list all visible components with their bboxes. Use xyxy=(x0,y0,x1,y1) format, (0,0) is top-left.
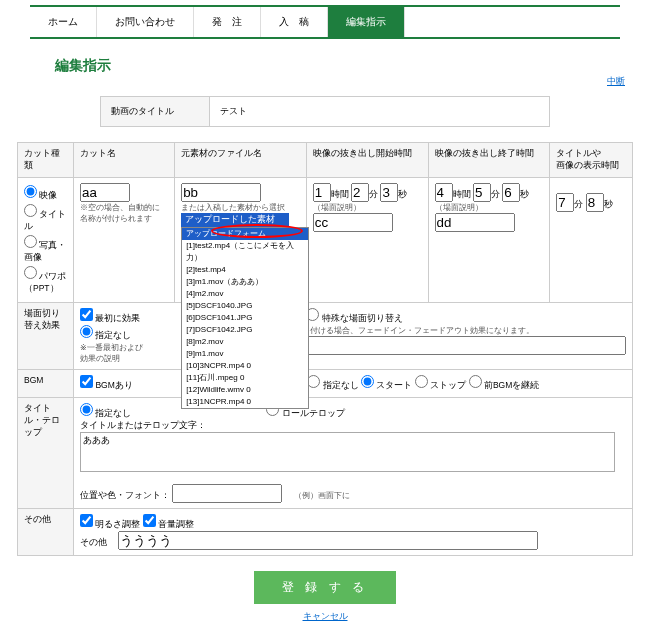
end-m[interactable] xyxy=(473,183,491,202)
dd-item[interactable]: [5]DSCF1040.JPG xyxy=(182,300,308,312)
scene-input-2[interactable] xyxy=(435,213,515,232)
dd-item[interactable]: [8]m2.mov xyxy=(182,336,308,348)
tab-upload[interactable]: 入 稿 xyxy=(261,7,328,37)
tab-order[interactable]: 発 注 xyxy=(194,7,261,37)
submit-button[interactable]: 登 録 す る xyxy=(254,571,396,604)
fade-note: 果」を付ける場合、フェードイン・フェードアウト効果になります。 xyxy=(286,326,534,335)
radio-title[interactable] xyxy=(24,204,37,217)
dur-s[interactable] xyxy=(586,193,604,212)
start-s[interactable] xyxy=(380,183,398,202)
dd-item[interactable]: [2]test.mp4 xyxy=(182,264,308,276)
radio-video[interactable] xyxy=(24,185,37,198)
tab-edit[interactable]: 編集指示 xyxy=(328,7,405,37)
cut-name-input[interactable] xyxy=(80,183,130,202)
telop-pos-hint: （例）画面下に xyxy=(294,491,350,500)
telop-pos-input[interactable] xyxy=(172,484,282,503)
radio-bgm-start[interactable] xyxy=(361,375,374,388)
radio-telop-none[interactable] xyxy=(80,403,93,416)
chk-first-effect[interactable] xyxy=(80,308,93,321)
dd-item[interactable]: [7]DSCF1042.JPG xyxy=(182,324,308,336)
sc-desc-input[interactable] xyxy=(286,336,626,355)
bgm-label: BGM xyxy=(18,370,74,398)
hdr-cut-type: カット種類 xyxy=(18,143,74,178)
dd-item[interactable]: [3]m1.mov（あああ） xyxy=(182,276,308,288)
chk-bgm[interactable] xyxy=(80,375,93,388)
abort-link[interactable]: 中断 xyxy=(607,76,625,86)
telop-text-label: タイトルまたはテロップ文字： xyxy=(80,420,206,430)
material-dropdown-list: アップロードフォーム [1]test2.mp4（ここにメモを入力） [2]tes… xyxy=(181,227,309,409)
hdr-end: 映像の抜き出し終了時間 xyxy=(428,143,550,178)
video-title-label: 動画のタイトル xyxy=(100,96,210,127)
telop-text-input[interactable]: あああ xyxy=(80,432,615,472)
radio-sc-none[interactable] xyxy=(80,325,93,338)
dd-item[interactable]: [11]石川.mpeg 0 xyxy=(182,372,308,384)
cut-name-note: ※空の場合、自動的に 名称が付けられます xyxy=(80,203,160,223)
tab-contact[interactable]: お問い合わせ xyxy=(97,7,194,37)
other-etc-label: その他 xyxy=(80,537,107,547)
dd-item[interactable]: [6]DSCF1041.JPG xyxy=(182,312,308,324)
dd-item[interactable]: [4]m2.mov xyxy=(182,288,308,300)
radio-photo[interactable] xyxy=(24,235,37,248)
end-h[interactable] xyxy=(435,183,453,202)
main-table: カット種類 カット名 元素材のファイル名 映像の抜き出し開始時間 映像の抜き出し… xyxy=(17,142,633,556)
telop-label: タイトル・テロップ xyxy=(18,398,74,509)
dd-item[interactable]: [10]3NCPR.mp4 0 xyxy=(182,360,308,372)
start-m[interactable] xyxy=(351,183,369,202)
sc-note2: 効果の説明 xyxy=(80,354,120,363)
scene-label-1: （場面説明） xyxy=(313,203,361,212)
chk-brightness[interactable] xyxy=(80,514,93,527)
telop-pos-label: 位置や色・フォント： xyxy=(80,490,170,500)
nav-tabs: ホーム お問い合わせ 発 注 入 稿 編集指示 xyxy=(30,5,620,39)
dur-m[interactable] xyxy=(556,193,574,212)
dd-item[interactable]: [13]1NCPR.mp4 0 xyxy=(182,396,308,408)
hdr-start: 映像の抜き出し開始時間 xyxy=(306,143,428,178)
chk-volume[interactable] xyxy=(143,514,156,527)
other-label: その他 xyxy=(18,509,74,556)
dd-item[interactable]: [9]m1.mov xyxy=(182,348,308,360)
hdr-filename: 元素材のファイル名 xyxy=(175,143,307,178)
tab-home[interactable]: ホーム xyxy=(30,7,97,37)
dd-item[interactable]: [12]Wildlife.wmv 0 xyxy=(182,384,308,396)
scene-change-label: 場面切り替え効果 xyxy=(18,303,74,370)
scene-input-1[interactable] xyxy=(313,213,393,232)
hdr-duration: タイトルや 画像の表示時間 xyxy=(550,143,633,178)
dd-item-active[interactable]: アップロードフォーム xyxy=(182,228,308,240)
filename-input[interactable] xyxy=(181,183,261,202)
video-title-value: テスト xyxy=(210,96,550,127)
file-note: または入稿した素材から選択 xyxy=(181,203,285,212)
scene-label-2: （場面説明） xyxy=(435,203,483,212)
start-h[interactable] xyxy=(313,183,331,202)
radio-ppt[interactable] xyxy=(24,266,37,279)
cancel-link[interactable]: キャンセル xyxy=(303,611,348,621)
radio-bgm-stop[interactable] xyxy=(415,375,428,388)
radio-bgm-none[interactable] xyxy=(307,375,320,388)
page-title: 編集指示 xyxy=(55,57,650,75)
dd-item[interactable]: [1]test2.mp4（ここにメモを入力） xyxy=(182,240,308,264)
other-input[interactable] xyxy=(118,531,538,550)
end-s[interactable] xyxy=(502,183,520,202)
radio-bgm-inherit[interactable] xyxy=(469,375,482,388)
hdr-cut-name: カット名 xyxy=(74,143,175,178)
sc-note1: ※一番最初および xyxy=(80,343,143,352)
